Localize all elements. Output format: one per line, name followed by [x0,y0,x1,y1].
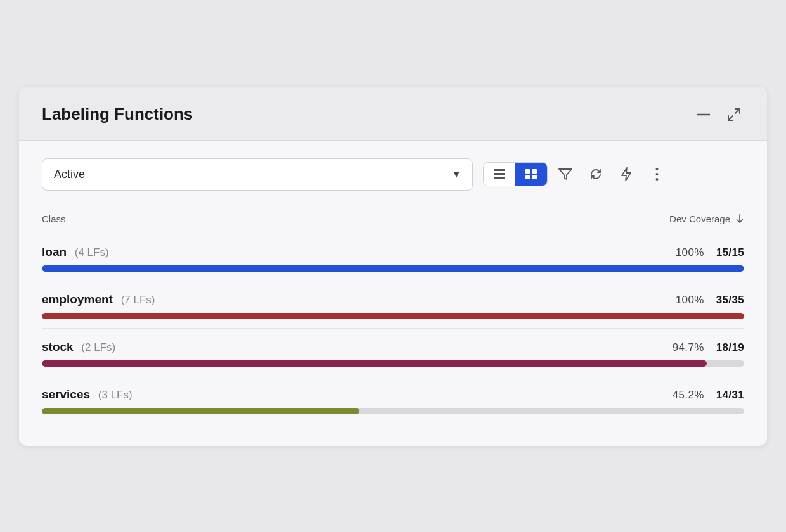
dropdown-value: Active [54,168,85,181]
row-stats: 100% 15/15 [676,246,744,259]
minimize-button[interactable] [693,104,714,125]
row-stats: 100% 35/35 [676,294,744,307]
row-stats: 94.7% 18/19 [673,341,744,354]
refresh-button[interactable] [583,162,609,187]
row-info: loan (4 LFs) 100% 15/15 [42,245,744,259]
row-fraction: 14/31 [716,389,744,401]
svg-line-2 [728,116,733,120]
dropdown-arrow-icon: ▼ [452,169,461,179]
svg-point-11 [655,173,658,175]
svg-rect-3 [494,169,505,171]
table-row: stock (2 LFs) 94.7% 18/19 [42,329,744,376]
filter-button[interactable] [553,162,578,187]
flash-button[interactable] [614,162,639,187]
progress-fill [42,360,707,367]
table-row: loan (4 LFs) 100% 15/15 [42,234,744,281]
card-title: Labeling Functions [42,104,193,124]
table-row: services (3 LFs) 45.2% 14/31 [42,376,744,423]
svg-rect-9 [532,175,537,179]
toolbar-right [483,162,669,187]
svg-rect-5 [494,177,505,179]
card-body: Active ▼ [19,141,767,446]
view-toggle [483,162,548,186]
sort-down-icon [735,214,744,223]
labeling-functions-card: Labeling Functions Active ▼ [19,87,767,446]
row-pct: 100% [676,294,704,306]
row-fraction: 18/19 [716,341,744,353]
table-row: employment (7 LFs) 100% 35/35 [42,281,744,329]
row-name: employment (7 LFs) [42,293,155,307]
progress-fill [42,408,359,414]
row-name: stock (2 LFs) [42,340,115,354]
rows-container: loan (4 LFs) 100% 15/15 employment (7 LF… [42,234,744,423]
row-info: stock (2 LFs) 94.7% 18/19 [42,340,744,354]
svg-point-10 [655,168,658,170]
svg-rect-6 [525,169,530,174]
card-view-button[interactable] [515,163,547,186]
expand-button[interactable] [724,104,744,125]
progress-track [42,265,744,272]
row-lf-count: (3 LFs) [95,389,132,401]
header-actions [693,104,744,125]
row-info: services (3 LFs) 45.2% 14/31 [42,388,744,402]
progress-fill [42,265,744,272]
status-dropdown[interactable]: Active ▼ [42,158,473,191]
progress-fill [42,313,744,319]
row-fraction: 15/15 [716,246,744,258]
row-pct: 45.2% [673,389,704,401]
list-view-button[interactable] [484,163,515,186]
row-pct: 94.7% [673,341,704,353]
toolbar: Active ▼ [42,158,744,191]
progress-track [42,408,744,414]
more-options-button[interactable] [644,162,669,187]
col-class-header: Class [42,213,66,224]
svg-line-1 [735,109,740,113]
card-header: Labeling Functions [19,87,767,141]
row-info: employment (7 LFs) 100% 35/35 [42,293,744,307]
row-lf-count: (4 LFs) [72,246,109,258]
svg-point-12 [655,178,658,180]
row-name: loan (4 LFs) [42,245,109,259]
progress-track [42,360,744,367]
table-header: Class Dev Coverage [42,208,744,231]
svg-rect-4 [494,173,505,175]
row-stats: 45.2% 14/31 [673,389,744,402]
row-name: services (3 LFs) [42,388,132,402]
col-dev-coverage-header: Dev Coverage [669,213,744,224]
row-fraction: 35/35 [716,294,744,306]
row-lf-count: (2 LFs) [79,341,116,353]
row-pct: 100% [676,246,704,258]
data-table: Class Dev Coverage loan (4 LFs) 100% 15/… [42,208,744,423]
progress-track [42,313,744,319]
row-lf-count: (7 LFs) [118,294,155,306]
svg-rect-8 [525,175,530,179]
svg-rect-7 [532,169,537,174]
